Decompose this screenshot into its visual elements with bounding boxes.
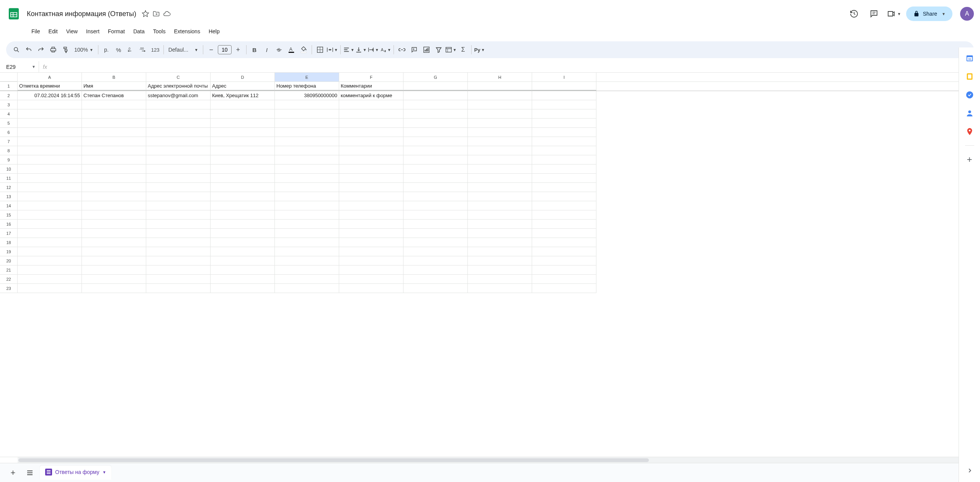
tasks-icon[interactable] — [965, 90, 974, 99]
cell[interactable] — [403, 220, 468, 229]
cell[interactable] — [211, 247, 275, 256]
cell[interactable] — [211, 238, 275, 247]
cell[interactable] — [403, 275, 468, 284]
cell[interactable] — [468, 229, 532, 238]
cell[interactable] — [275, 220, 339, 229]
cell[interactable] — [403, 164, 468, 174]
cell[interactable] — [339, 183, 403, 192]
cell[interactable]: Степан Степанов — [82, 91, 146, 100]
account-avatar[interactable]: А — [960, 7, 974, 21]
cell[interactable] — [275, 119, 339, 128]
font-size-decrease-icon[interactable]: − — [206, 44, 217, 55]
functions-icon[interactable]: Σ — [457, 44, 469, 55]
cell[interactable] — [146, 229, 211, 238]
increase-decimal-icon[interactable]: .00 — [137, 44, 149, 55]
cell[interactable] — [18, 128, 82, 137]
cell[interactable] — [468, 284, 532, 293]
python-icon[interactable]: Py▼ — [474, 44, 485, 55]
row-header[interactable]: 23 — [0, 284, 18, 293]
cell[interactable] — [211, 229, 275, 238]
cell[interactable] — [18, 275, 82, 284]
cell[interactable] — [18, 238, 82, 247]
row-header[interactable]: 20 — [0, 256, 18, 265]
currency-icon[interactable]: р. — [101, 44, 112, 55]
menu-file[interactable]: File — [28, 27, 44, 36]
cell[interactable] — [403, 128, 468, 137]
cell[interactable] — [211, 128, 275, 137]
cell[interactable] — [18, 201, 82, 210]
cell[interactable]: 380950000000 — [275, 91, 339, 100]
hide-side-panel-icon[interactable] — [963, 464, 977, 477]
cell[interactable] — [403, 201, 468, 210]
cell[interactable] — [403, 284, 468, 293]
menu-extensions[interactable]: Extensions — [170, 27, 204, 36]
cell[interactable] — [275, 256, 339, 265]
cell[interactable] — [403, 174, 468, 183]
star-icon[interactable] — [142, 10, 149, 18]
column-header[interactable]: A — [18, 73, 82, 81]
cell[interactable] — [339, 146, 403, 155]
cell[interactable] — [211, 284, 275, 293]
text-color-icon[interactable]: A — [286, 44, 297, 55]
cell[interactable] — [532, 146, 596, 155]
cell[interactable] — [275, 275, 339, 284]
row-header[interactable]: 8 — [0, 146, 18, 155]
cell[interactable] — [146, 119, 211, 128]
cell[interactable] — [211, 119, 275, 128]
cell[interactable] — [275, 183, 339, 192]
row-header[interactable]: 4 — [0, 109, 18, 119]
cell[interactable] — [146, 275, 211, 284]
keep-icon[interactable] — [965, 72, 974, 81]
formula-input[interactable] — [51, 64, 977, 70]
cell[interactable] — [275, 109, 339, 119]
add-sheet-icon[interactable]: + — [6, 466, 20, 480]
more-formats-icon[interactable]: 123 — [150, 44, 161, 55]
menu-insert[interactable]: Insert — [82, 27, 103, 36]
font-size-input[interactable] — [218, 45, 232, 54]
cell[interactable] — [211, 146, 275, 155]
cell[interactable] — [532, 247, 596, 256]
contacts-icon[interactable] — [965, 109, 974, 118]
menu-edit[interactable]: Edit — [45, 27, 62, 36]
cell[interactable] — [403, 256, 468, 265]
row-header[interactable]: 2 — [0, 91, 18, 100]
cell[interactable] — [18, 119, 82, 128]
cell[interactable] — [146, 174, 211, 183]
cell[interactable] — [211, 220, 275, 229]
cell[interactable] — [211, 155, 275, 164]
cell[interactable] — [468, 164, 532, 174]
cell[interactable] — [403, 100, 468, 109]
cell[interactable] — [339, 137, 403, 146]
cell[interactable] — [532, 109, 596, 119]
cell[interactable] — [82, 256, 146, 265]
cell[interactable] — [339, 174, 403, 183]
cell[interactable] — [146, 137, 211, 146]
redo-icon[interactable] — [35, 44, 47, 55]
cell[interactable] — [146, 220, 211, 229]
cell[interactable] — [532, 275, 596, 284]
cell[interactable] — [146, 210, 211, 220]
cell[interactable] — [468, 183, 532, 192]
cell[interactable] — [18, 183, 82, 192]
cell[interactable] — [339, 238, 403, 247]
cell[interactable] — [532, 238, 596, 247]
menu-format[interactable]: Format — [104, 27, 129, 36]
row-header[interactable]: 21 — [0, 265, 18, 275]
font-size-increase-icon[interactable]: + — [232, 44, 244, 55]
row-header[interactable]: 7 — [0, 137, 18, 146]
cell[interactable] — [82, 100, 146, 109]
text-rotation-icon[interactable]: A▼ — [380, 44, 391, 55]
cell[interactable]: Адрес электронной почты — [146, 82, 211, 91]
insert-link-icon[interactable] — [396, 44, 408, 55]
all-sheets-icon[interactable] — [23, 466, 37, 480]
meet-button[interactable]: ▼ — [886, 6, 902, 21]
cell[interactable] — [403, 210, 468, 220]
cell[interactable] — [532, 91, 596, 100]
cell[interactable] — [468, 210, 532, 220]
cell[interactable] — [146, 192, 211, 201]
cell[interactable] — [468, 109, 532, 119]
row-header[interactable]: 11 — [0, 174, 18, 183]
row-header[interactable]: 1 — [0, 82, 18, 91]
cell[interactable] — [468, 174, 532, 183]
cell[interactable] — [339, 256, 403, 265]
